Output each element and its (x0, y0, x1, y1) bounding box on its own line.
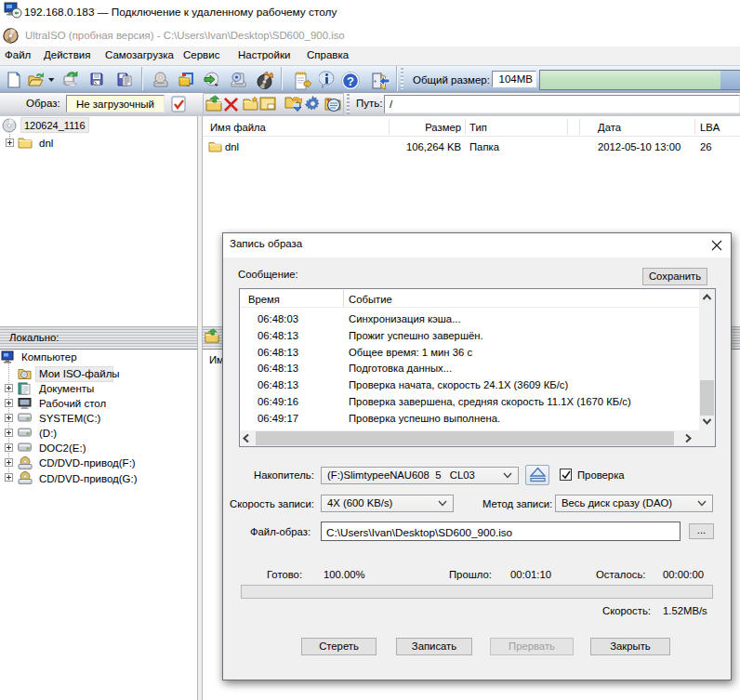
svg-text:?: ? (347, 74, 354, 88)
